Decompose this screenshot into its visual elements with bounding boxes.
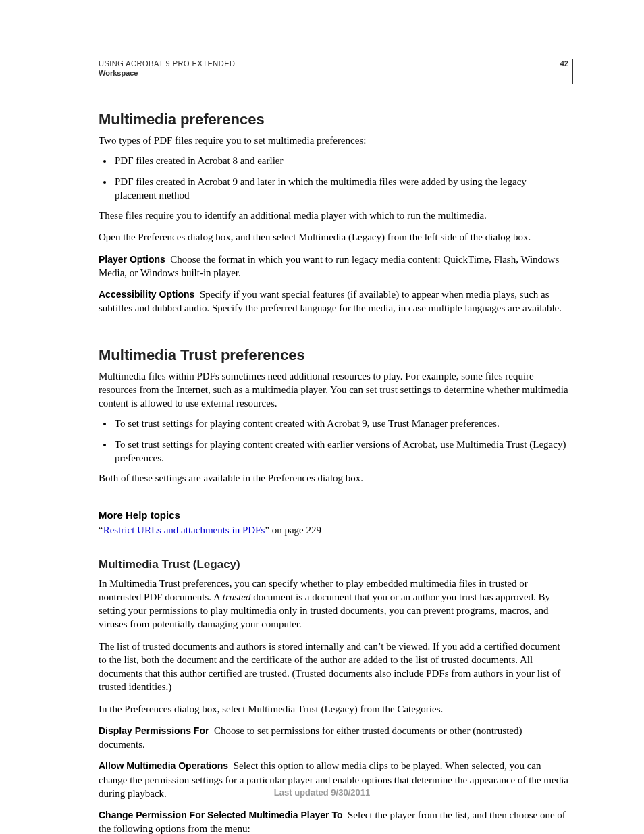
heading-multimedia-trust-preferences: Multimedia Trust preferences — [99, 346, 570, 364]
list-item: PDF files created in Acrobat 9 and later… — [113, 175, 570, 203]
option-display-permissions: Display Permissions For Choose to set pe… — [99, 724, 570, 752]
page-number: 42 — [560, 59, 568, 68]
bullet-list: PDF files created in Acrobat 8 and earli… — [99, 154, 570, 202]
option-label: Player Options — [99, 254, 165, 265]
option-label: Accessibility Options — [99, 289, 194, 300]
paragraph: Multimedia files within PDFs sometimes n… — [99, 369, 570, 411]
option-player: Player Options Choose the format in whic… — [99, 253, 570, 280]
header-section: Workspace — [99, 69, 570, 77]
related-link-line: “Restrict URLs and attachments in PDFs” … — [99, 523, 570, 537]
list-item: To set trust settings for playing conten… — [113, 417, 570, 430]
option-accessibility: Accessibility Options Specify if you wan… — [99, 288, 570, 315]
option-label: Display Permissions For — [99, 725, 209, 736]
quote-open: “ — [99, 525, 103, 536]
header-divider — [572, 59, 574, 84]
footer-last-updated: Last updated 9/30/2011 — [0, 787, 644, 798]
bullet-list: To set trust settings for playing conten… — [99, 417, 570, 465]
heading-multimedia-trust-legacy: Multimedia Trust (Legacy) — [99, 558, 570, 571]
paragraph: Two types of PDF files require you to se… — [99, 134, 570, 147]
paragraph: These files require you to identify an a… — [99, 209, 570, 222]
emphasis-trusted: trusted — [223, 592, 251, 602]
option-text: Choose the format in which you want to r… — [99, 254, 559, 278]
link-restrict-urls[interactable]: Restrict URLs and attachments in PDFs — [103, 525, 265, 536]
option-label: Change Permission For Selected Multimedi… — [99, 810, 343, 820]
paragraph: The list of trusted documents and author… — [99, 640, 570, 694]
paragraph: In the Preferences dialog box, select Mu… — [99, 702, 570, 716]
heading-multimedia-preferences: Multimedia preferences — [99, 111, 570, 128]
heading-more-help-topics: More Help topics — [99, 509, 570, 521]
option-label: Allow Multimedia Operations — [99, 760, 228, 771]
list-item: To set trust settings for playing conten… — [113, 438, 570, 465]
list-item: PDF files created in Acrobat 8 and earli… — [113, 154, 570, 167]
header-product: USING ACROBAT 9 PRO EXTENDED — [99, 59, 570, 68]
paragraph: In Multimedia Trust preferences, you can… — [99, 577, 570, 631]
paragraph: Open the Preferences dialog box, and the… — [99, 230, 570, 244]
link-tail: ” on page 229 — [265, 525, 321, 536]
paragraph: Both of these settings are available in … — [99, 471, 570, 485]
document-page: 42 USING ACROBAT 9 PRO EXTENDED Workspac… — [0, 0, 644, 834]
option-change-permission: Change Permission For Selected Multimedi… — [99, 808, 570, 834]
